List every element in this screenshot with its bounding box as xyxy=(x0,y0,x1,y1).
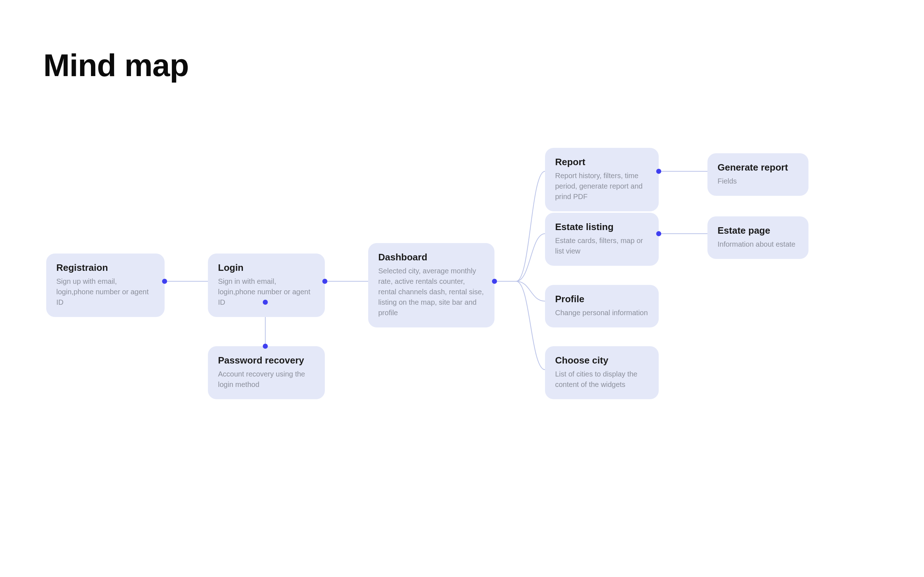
node-estate-listing-desc: Estate cards, filters, map or list view xyxy=(555,235,649,256)
node-profile: Profile Change personal information xyxy=(545,285,659,327)
node-generate-report-title: Generate report xyxy=(717,162,798,173)
node-choose-city: Choose city List of cities to display th… xyxy=(545,346,659,399)
node-estate-page-desc: Information about estate xyxy=(717,239,798,250)
node-dashboard: Dashboard Selected city, average monthly… xyxy=(368,243,494,327)
node-estate-page-title: Estate page xyxy=(717,225,798,236)
node-estate-listing: Estate listing Estate cards, filters, ma… xyxy=(545,213,659,266)
node-report: Report Report history, filters, time per… xyxy=(545,148,659,211)
connector-dot xyxy=(656,169,661,174)
page-title: Mind map xyxy=(43,47,189,84)
connector-dot xyxy=(263,344,268,349)
node-estate-page: Estate page Information about estate xyxy=(708,216,809,259)
connector-dot xyxy=(263,300,268,305)
node-generate-report-desc: Fields xyxy=(717,176,798,187)
node-report-desc: Report history, filters, time period, ge… xyxy=(555,171,649,202)
node-registration: Registraion Sign up with email, login,ph… xyxy=(46,253,165,317)
node-registration-desc: Sign up with email, login,phone number o… xyxy=(56,276,155,308)
connector-dot xyxy=(162,279,167,284)
connector-dot xyxy=(656,231,661,236)
node-choose-city-desc: List of cities to display the content of… xyxy=(555,369,649,390)
node-choose-city-title: Choose city xyxy=(555,355,649,366)
connector-dot xyxy=(322,279,327,284)
node-login: Login Sign in with email, login,phone nu… xyxy=(208,253,325,317)
node-password-recovery-desc: Account recovery using the login method xyxy=(218,369,315,390)
node-password-recovery-title: Password recovery xyxy=(218,355,315,366)
node-dashboard-desc: Selected city, average monthly rate, act… xyxy=(378,266,485,318)
node-profile-desc: Change personal information xyxy=(555,308,649,318)
node-registration-title: Registraion xyxy=(56,262,155,273)
node-report-title: Report xyxy=(555,156,649,168)
node-password-recovery: Password recovery Account recovery using… xyxy=(208,346,325,399)
node-generate-report: Generate report Fields xyxy=(708,153,809,196)
connector-dot xyxy=(492,279,497,284)
node-dashboard-title: Dashboard xyxy=(378,252,485,263)
node-estate-listing-title: Estate listing xyxy=(555,221,649,233)
node-profile-title: Profile xyxy=(555,293,649,305)
node-login-title: Login xyxy=(218,262,315,273)
